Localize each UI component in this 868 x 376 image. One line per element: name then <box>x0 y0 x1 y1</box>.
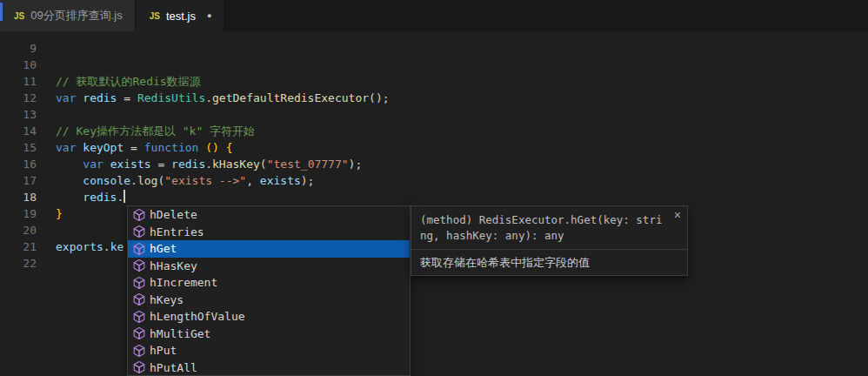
line-code: // 获取默认的Redis数据源 <box>37 73 201 90</box>
code-token: RedisUtils <box>137 91 205 104</box>
code-token: () <box>205 141 219 154</box>
code-token: , <box>246 174 260 187</box>
code-token: . <box>205 158 212 171</box>
line-code <box>37 106 56 123</box>
line-number[interactable]: 20 <box>0 222 37 238</box>
line-number[interactable]: 12 <box>0 90 37 106</box>
suggest-item[interactable]: hMultiGet <box>128 326 410 343</box>
code-token: ( <box>260 158 267 171</box>
line-code: exports.ke <box>37 238 124 255</box>
code-token: ); <box>349 158 363 171</box>
suggest-item[interactable]: hEntries <box>128 224 410 241</box>
code-line[interactable]: 11 // 获取默认的Redis数据源 <box>0 73 868 90</box>
code-token: ); <box>301 174 315 187</box>
line-number[interactable]: 9 <box>0 40 37 57</box>
code-token: = <box>124 141 144 154</box>
line-number[interactable]: 10 <box>0 57 37 73</box>
method-symbol-icon <box>132 310 146 324</box>
code-line[interactable]: 17 console.log("exists -->", exists); <box>0 172 868 189</box>
code-token: var <box>56 91 76 104</box>
line-number[interactable]: 17 <box>0 172 37 189</box>
tab-bar: JS 09分页排序查询.js JS test.js ● <box>0 0 868 31</box>
line-number[interactable]: 13 <box>0 106 37 123</box>
line-code: } <box>37 205 63 222</box>
line-number[interactable]: 21 <box>0 238 37 255</box>
code-token: { <box>226 141 233 154</box>
code-line[interactable]: 12 var redis = RedisUtils.getDefaultRedi… <box>0 90 868 106</box>
suggest-label: hPutAll <box>150 361 197 374</box>
code-line[interactable]: 18 redis. <box>0 189 868 205</box>
code-token: "test_07777" <box>267 158 349 171</box>
suggest-label: hGet <box>150 242 177 255</box>
suggest-item[interactable]: hPut <box>128 342 410 359</box>
code-token: "exists -->" <box>164 174 246 187</box>
method-symbol-icon <box>132 258 146 272</box>
line-number[interactable]: 18 <box>0 189 37 205</box>
code-line[interactable]: 14 // Key操作方法都是以 "k" 字符开始 <box>0 123 868 139</box>
suggest-label: hLengthOfValue <box>150 310 245 323</box>
code-token: var <box>56 141 76 154</box>
suggest-label: hMultiGet <box>150 327 210 340</box>
suggest-item[interactable]: hPutAll <box>128 359 410 376</box>
js-file-icon: JS <box>14 11 24 21</box>
line-code <box>37 57 56 73</box>
tab-test-js[interactable]: JS test.js ● <box>136 0 225 31</box>
code-token: exists <box>110 158 151 171</box>
code-token: (); <box>369 91 389 104</box>
line-number[interactable]: 15 <box>0 139 37 156</box>
code-line[interactable]: 16 var exists = redis.kHasKey("test_0777… <box>0 156 868 172</box>
code-token: exists <box>260 174 301 187</box>
close-icon[interactable]: × <box>674 208 681 222</box>
suggest-item[interactable]: hDelete <box>128 206 410 224</box>
code-line[interactable]: 9 <box>0 40 868 57</box>
modified-dot-icon[interactable]: ● <box>207 11 211 20</box>
line-code: redis. <box>37 189 125 205</box>
method-symbol-icon <box>132 276 146 290</box>
autocomplete-popup: hDelete hEntries hGet <box>127 205 411 376</box>
method-symbol-icon <box>132 344 146 358</box>
js-file-icon: JS <box>150 11 160 21</box>
line-code: console.log("exists -->", exists); <box>37 172 314 189</box>
doc-description: 获取存储在哈希表中指定字段的值 <box>420 255 677 270</box>
line-number[interactable]: 16 <box>0 156 37 172</box>
suggest-item[interactable]: hHasKey <box>128 258 410 275</box>
code-token: getDefaultRedisExecutor <box>212 91 369 104</box>
code-token: // 获取默认的Redis数据源 <box>56 75 201 88</box>
suggest-item[interactable]: hIncrement <box>128 274 410 292</box>
suggest-item[interactable]: hGet <box>128 240 410 258</box>
line-number[interactable]: 19 <box>0 205 37 222</box>
code-line[interactable]: 15 var keyOpt = function () { <box>0 139 868 156</box>
method-symbol-icon <box>132 292 146 306</box>
code-token: = <box>117 91 137 104</box>
window-accent-mark <box>0 3 3 21</box>
code-token: } <box>56 207 63 220</box>
line-code: var redis = RedisUtils.getDefaultRedisEx… <box>37 90 390 106</box>
suggest-list[interactable]: hDelete hEntries hGet <box>128 206 410 376</box>
line-code: // Key操作方法都是以 "k" 字符开始 <box>37 123 255 139</box>
suggest-label: hHasKey <box>150 259 197 272</box>
suggest-item[interactable]: hLengthOfValue <box>128 308 410 326</box>
code-line[interactable]: 13 <box>0 106 868 123</box>
suggest-item[interactable]: hKeys <box>128 292 410 309</box>
line-number[interactable]: 22 <box>0 255 37 272</box>
line-code: var exists = redis.kHasKey("test_07777")… <box>37 156 362 172</box>
code-token <box>56 191 83 204</box>
code-token: . <box>130 174 137 187</box>
line-number[interactable]: 14 <box>0 123 37 139</box>
code-token <box>103 158 110 171</box>
suggest-label: hDelete <box>150 208 197 221</box>
code-token <box>56 158 83 171</box>
code-token: . <box>117 191 124 204</box>
method-symbol-icon <box>132 208 146 222</box>
code-line[interactable]: 10 <box>0 57 868 73</box>
line-number[interactable]: 11 <box>0 73 37 90</box>
tab-paging-sort-query[interactable]: JS 09分页排序查询.js <box>0 0 136 31</box>
suggest-label: hIncrement <box>150 276 217 289</box>
code-token: log <box>137 174 157 187</box>
code-token: . <box>103 240 110 253</box>
vscode-window: JS 09分页排序查询.js JS test.js ● 9 10 11 // 获… <box>0 0 868 376</box>
method-symbol-icon <box>132 326 146 340</box>
suggest-label: hPut <box>150 344 177 357</box>
code-token: ke <box>110 240 124 253</box>
text-cursor <box>124 190 125 203</box>
